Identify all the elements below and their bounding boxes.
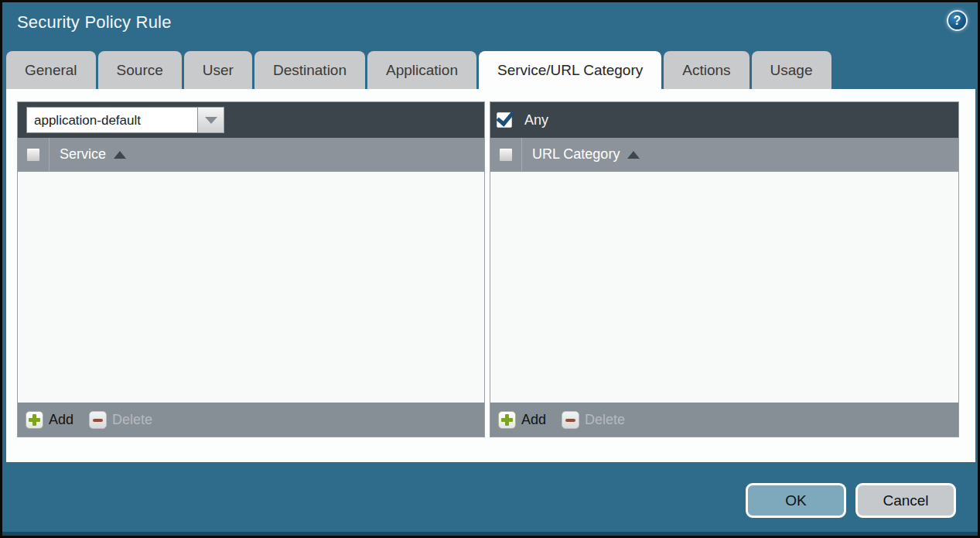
security-policy-rule-dialog: Security Policy Rule ? General Source Us… — [2, 2, 978, 536]
sort-ascending-icon — [114, 151, 126, 159]
tab-general[interactable]: General — [6, 51, 96, 89]
url-category-table-header: URL Category — [490, 138, 958, 172]
add-service-label: Add — [49, 412, 73, 428]
dialog-button-row: OK Cancel — [746, 483, 956, 518]
tab-service-url-category[interactable]: Service/URL Category — [479, 51, 661, 89]
add-service-button[interactable]: Add — [26, 411, 73, 429]
service-select-all-checkbox[interactable] — [26, 148, 40, 162]
service-type-dropdown[interactable]: application-default — [26, 107, 224, 133]
url-category-table-body — [490, 172, 958, 403]
delete-url-category-label: Delete — [585, 412, 625, 428]
service-select-all-cell — [18, 138, 50, 171]
any-label: Any — [524, 112, 548, 129]
tab-source[interactable]: Source — [98, 51, 182, 89]
tab-destination[interactable]: Destination — [254, 51, 365, 89]
add-url-category-button[interactable]: Add — [498, 411, 546, 429]
url-category-panel: Any URL Category Add Delete — [490, 101, 959, 437]
service-column-header[interactable]: Service — [50, 146, 126, 163]
minus-icon — [89, 411, 107, 429]
dialog-bottom-shade — [2, 532, 978, 536]
ok-button[interactable]: OK — [746, 483, 846, 518]
minus-icon — [562, 411, 579, 429]
tab-bar: General Source User Destination Applicat… — [6, 51, 831, 89]
service-type-dropdown-value[interactable]: application-default — [26, 107, 198, 133]
chevron-down-icon — [205, 117, 217, 124]
question-mark-glyph: ? — [954, 14, 961, 28]
service-footer-toolbar: Add Delete — [18, 403, 484, 437]
url-category-select-all-checkbox[interactable] — [499, 148, 513, 162]
dropdown-arrow-button[interactable] — [198, 107, 224, 133]
tab-usage[interactable]: Usage — [752, 51, 831, 89]
cancel-button[interactable]: Cancel — [855, 483, 956, 518]
service-table-body — [18, 172, 484, 403]
plus-icon — [26, 411, 43, 429]
tab-user[interactable]: User — [184, 51, 252, 89]
delete-url-category-button[interactable]: Delete — [562, 411, 625, 429]
tab-actions[interactable]: Actions — [664, 51, 749, 89]
help-icon[interactable]: ? — [947, 10, 968, 31]
url-category-select-all-cell — [490, 138, 522, 171]
dialog-title: Security Policy Rule — [17, 12, 172, 33]
tab-panel-content: application-default Service — [6, 89, 975, 462]
service-panel: application-default Service — [17, 101, 485, 437]
url-category-column-label: URL Category — [532, 146, 620, 163]
service-table-header: Service — [18, 138, 484, 172]
sort-ascending-icon — [627, 151, 640, 159]
any-checkbox[interactable] — [497, 112, 512, 128]
tab-application[interactable]: Application — [367, 51, 476, 89]
url-category-footer-toolbar: Add Delete — [490, 403, 958, 437]
url-category-column-header[interactable]: URL Category — [522, 146, 640, 163]
delete-service-button[interactable]: Delete — [89, 411, 152, 429]
service-toolbar: application-default — [18, 102, 484, 138]
plus-icon — [498, 411, 516, 429]
checkmark-icon — [496, 107, 514, 126]
service-column-label: Service — [60, 146, 106, 163]
add-url-category-label: Add — [521, 412, 546, 428]
delete-service-label: Delete — [112, 412, 152, 428]
url-category-toolbar: Any — [490, 102, 958, 138]
screenshot-root: { "window": { "title": "Security Policy … — [0, 0, 980, 538]
